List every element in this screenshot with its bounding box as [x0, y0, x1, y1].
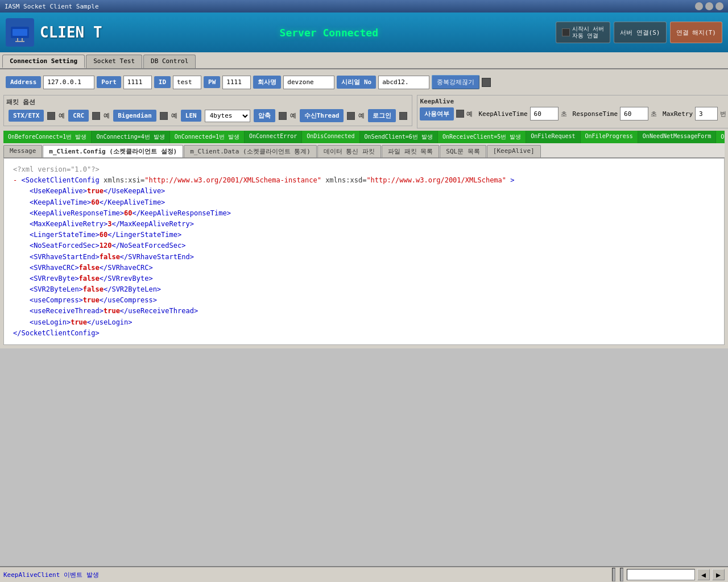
status-bar: KeepAliveClient 이벤트 발생 ◀ ▶	[0, 566, 728, 582]
tab-connection-setting[interactable]: Connection Setting	[2, 55, 85, 68]
logo-text: CLIEN T	[40, 25, 102, 40]
id-label: ID	[154, 76, 171, 88]
sub-tab-data-packet[interactable]: 데이터 통신 파킷	[317, 145, 381, 157]
serial-label: 시리얼 No	[337, 76, 376, 89]
status-btn-1[interactable]: ◀	[697, 569, 710, 580]
max-retry-input[interactable]	[695, 107, 718, 120]
sub-tab-sql[interactable]: SQL문 목록	[440, 145, 486, 157]
tab-socket-test[interactable]: Socket Test	[86, 55, 142, 68]
xml-line-4: <MaxKeepAliveRetry>3</MaxKeepAliveRetry>	[13, 219, 715, 230]
port-label: Port	[97, 76, 121, 88]
xml-content-area: <?xml version="1.0"?> - <SocketClientCon…	[3, 158, 725, 345]
sub-tabs: Message m_Client.Config (소켓클라이언트 설정) m_C…	[3, 143, 725, 158]
disconnect-label: 연결 해지(T)	[676, 28, 717, 37]
response-input[interactable]	[620, 107, 648, 120]
packet-section-title: 패킷 옵션	[6, 98, 410, 106]
event-8: OnFileProgress	[581, 131, 638, 143]
xml-line-7: <SVRhaveStartEnd>false</SVRhaveStartEnd>	[13, 252, 715, 263]
header-buttons: 시작시 서버자동 연결 서버 연결(S) 연결 해지(T)	[556, 22, 722, 43]
log-checkbox[interactable]	[399, 112, 407, 120]
pw-label: PW	[204, 76, 220, 88]
packet-options-section: 패킷 옵션 STX/ETX 예 CRC 예 Bigendian 예 LEN 4b…	[3, 95, 412, 126]
bigendian-label: Bigendian	[113, 110, 156, 122]
ka-time-unit: 초	[561, 110, 567, 118]
maximize-button[interactable]	[705, 2, 713, 10]
ka-use-checkbox[interactable]	[456, 110, 464, 118]
compress-yes: 예	[290, 111, 296, 120]
tab-db-control[interactable]: DB Control	[143, 55, 196, 68]
logo-icon	[6, 18, 34, 47]
compress-label: 압축	[254, 109, 275, 122]
app-title: IASM Socket Client Sample	[5, 3, 99, 10]
status-btn-2[interactable]: ▶	[712, 569, 725, 580]
sub-tab-config[interactable]: m_Client.Config (소켓클라이언트 설정)	[43, 145, 183, 157]
svg-rect-1	[13, 29, 27, 36]
sub-tab-keepalive[interactable]: [KeepAlive]	[487, 145, 541, 157]
len-label: LEN	[181, 110, 201, 122]
connect-checkbox[interactable]	[562, 28, 570, 36]
event-0: OnBeforeConnect=1번 발생	[3, 131, 92, 143]
id-input[interactable]	[173, 76, 201, 89]
recv-thread-label: 수신Thread	[300, 109, 344, 122]
event-10: OnUserStateChanged=1번	[716, 131, 725, 143]
stx-checkbox[interactable]	[47, 112, 55, 120]
server-connect-button[interactable]: 서버 연결(S)	[614, 22, 667, 43]
max-retry-label: MaxRetry	[663, 110, 693, 118]
logo-area: CLIEN T	[6, 18, 102, 47]
xml-line-5: <LingerStateTime>60</LingerStateTime>	[13, 230, 715, 240]
pw-input[interactable]	[222, 76, 251, 89]
server-status: Server Connected	[102, 27, 556, 39]
company-label: 회사명	[253, 76, 281, 89]
status-search-input[interactable]	[627, 569, 695, 580]
xml-line-12: <useReceiveThread>true</useReceiveThread…	[13, 306, 715, 317]
bigendian-yes: 예	[171, 111, 177, 120]
ka-time-input[interactable]	[530, 107, 559, 120]
status-separator-1	[612, 568, 615, 581]
close-button[interactable]	[715, 2, 723, 10]
event-5: OnSendClient=6번 발생	[360, 131, 438, 143]
auto-connect-label: 시작시 서버자동 연결	[572, 26, 604, 39]
event-1: OnConnecting=4번 발생	[92, 131, 169, 143]
sub-tab-message[interactable]: Message	[3, 145, 42, 157]
event-4: OnDisConnected	[302, 131, 359, 143]
response-unit: 초	[651, 110, 657, 118]
crc-yes: 예	[104, 111, 110, 120]
event-2: OnConnected=1번 발생	[170, 131, 245, 143]
xml-line-2: <KeepAliveTime>60</KeepAliveTime>	[13, 197, 715, 208]
dup-checkbox[interactable]	[482, 78, 491, 87]
xml-root-open: - <SocketClientConfig xmlns:xsi="http://…	[13, 175, 715, 186]
max-retry-unit: 번	[720, 110, 726, 118]
sub-tab-data[interactable]: m_Client.Data (소켓클라이언트 통계)	[184, 145, 317, 157]
dup-button[interactable]: 중복강제끊기	[432, 75, 479, 89]
address-input[interactable]	[43, 76, 94, 89]
minimize-button[interactable]	[695, 2, 703, 10]
sub-tab-file-list[interactable]: 파일 패킷 목록	[382, 145, 439, 157]
status-right: ◀ ▶	[611, 568, 725, 581]
connect-button[interactable]: 시작시 서버자동 연결	[556, 22, 610, 43]
event-6: OnReceiveClient=5번 발생	[438, 131, 526, 143]
compress-checkbox[interactable]	[279, 112, 287, 120]
serial-input[interactable]	[378, 76, 429, 89]
port-input[interactable]	[123, 76, 152, 89]
log-label: 로그인	[368, 109, 396, 122]
connection-row: Address Port ID PW 회사명 시리얼 No 중복강제끊기	[3, 73, 725, 92]
xml-line-11: <useCompress>true</useCompress>	[13, 295, 715, 306]
bigendian-checkbox[interactable]	[160, 112, 168, 120]
main-tabs: Connection Setting Socket Test DB Contro…	[0, 52, 728, 69]
app-header: CLIEN T Server Connected 시작시 서버자동 연결 서버 …	[0, 13, 728, 52]
server-disconnect-button[interactable]: 연결 해지(T)	[670, 22, 723, 43]
recv-yes: 예	[358, 111, 365, 120]
response-label: ResponseTime	[573, 110, 618, 118]
company-input[interactable]	[283, 76, 334, 89]
xml-line-1: <UseKeepAlive>true</UseKeepAlive>	[13, 186, 715, 197]
xml-line-6: <NoSeatForcedSec>120</NoSeatForcedSec>	[13, 240, 715, 251]
main-content: Address Port ID PW 회사명 시리얼 No 중복강제끊기 패킷 …	[0, 69, 728, 348]
address-label: Address	[6, 76, 41, 88]
ka-use-label: 사용여부	[420, 107, 454, 120]
len-dropdown[interactable]: 4bytes 2bytes 1byte	[205, 110, 250, 122]
recv-thread-checkbox[interactable]	[347, 112, 355, 120]
keepalive-section: KeepAlive 사용여부 예 KeepAliveTime 초 Respons…	[417, 95, 728, 128]
ka-yes: 예	[466, 110, 473, 118]
crc-checkbox[interactable]	[92, 112, 100, 120]
xml-pi: <?xml version="1.0"?>	[13, 164, 715, 175]
